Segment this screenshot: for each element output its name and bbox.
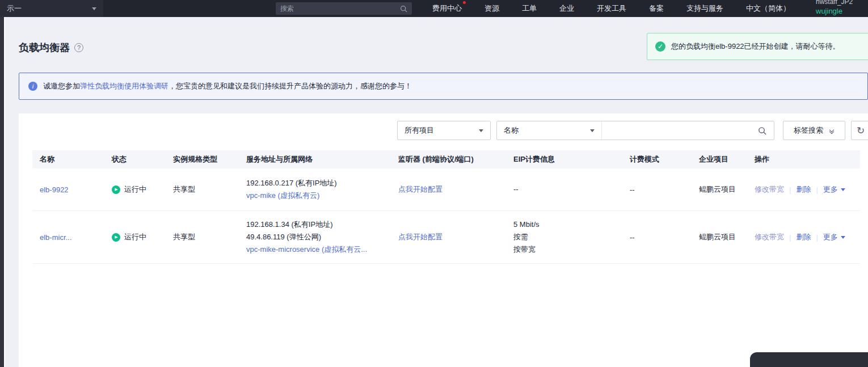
running-status-icon: ▶	[112, 185, 120, 194]
vpc-link[interactable]: vpc-mike (虚拟私有云)	[246, 189, 391, 202]
eip-line: --	[513, 183, 622, 196]
eip-line: 按带宽	[513, 243, 622, 256]
table-search-button[interactable]	[750, 121, 774, 140]
search-field-value: 名称	[504, 125, 519, 136]
status-badge: ▶ 运行中	[112, 232, 166, 242]
table-search-combo: 名称	[496, 121, 774, 140]
nav-item-dev-tools[interactable]: 开发工具	[597, 3, 626, 14]
region-selector[interactable]: 示一	[0, 0, 103, 17]
survey-info-banner: i 诚邀您参加弹性负载均衡使用体验调研，您宝贵的意见和建议是我们持续提升产品体验…	[19, 73, 868, 100]
nav-item-icp[interactable]: 备案	[649, 3, 664, 14]
collapsed-sidebar-rail[interactable]	[0, 17, 5, 367]
top-nav-menu: 费用中心 资源 工单 企业 开发工具 备案 支持与服务 中文（简体）	[432, 0, 790, 17]
chevron-down-icon	[841, 188, 845, 191]
eip-line: 5 Mbit/s	[513, 218, 622, 231]
column-header-listener: 监听器 (前端协议/端口)	[391, 154, 506, 164]
survey-link[interactable]: 弹性负载均衡使用体验调研	[80, 82, 168, 90]
floating-helper-widget[interactable]	[750, 352, 868, 367]
table-row: elb-micr... ▶ 运行中 共享型 192.168.1.34 (私有IP…	[32, 211, 860, 264]
status-badge: ▶ 运行中	[112, 184, 166, 195]
action-divider: |	[789, 185, 791, 194]
nav-item-tickets[interactable]: 工单	[522, 3, 537, 14]
chevron-down-icon	[92, 7, 96, 10]
account-username: wujingle	[816, 7, 853, 15]
search-field-dropdown[interactable]: 名称	[497, 121, 602, 140]
public-eip: 49.4.86.119 (弹性公网)	[246, 231, 391, 243]
nav-item-billing-center[interactable]: 费用中心	[432, 3, 462, 14]
global-search-box[interactable]	[276, 2, 412, 15]
address-cell: 192.168.1.34 (私有IP地址) 49.4.86.119 (弹性公网)…	[239, 218, 391, 256]
spec-type: 共享型	[166, 184, 239, 195]
nav-item-support[interactable]: 支持与服务	[686, 3, 723, 14]
success-toast: ✓ 您的负载均衡elb-9922已经开始创建，请耐心等待。	[647, 33, 868, 60]
account-id: hwstaff_JP2	[816, 0, 853, 6]
global-search-input[interactable]	[280, 5, 400, 12]
configure-listener-link[interactable]: 点我开始配置	[398, 185, 443, 193]
lb-name-link[interactable]: elb-9922	[40, 185, 69, 194]
refresh-button[interactable]: ↻	[851, 121, 868, 140]
delete-link[interactable]: 删除	[796, 184, 811, 195]
more-label: 更多	[823, 184, 838, 195]
modify-bandwidth-link[interactable]: 修改带宽	[755, 232, 784, 242]
status-label: 运行中	[124, 184, 146, 195]
enterprise-project: 鲲鹏云项目	[692, 184, 747, 195]
billing-mode: --	[622, 233, 692, 242]
more-actions-dropdown[interactable]: 更多	[823, 184, 845, 195]
vpc-link[interactable]: vpc-mike-microservice (虚拟私有云...	[246, 243, 391, 256]
search-icon	[758, 126, 766, 135]
action-divider: |	[789, 233, 791, 242]
private-ip: 192.168.0.217 (私有IP地址)	[246, 177, 391, 189]
tag-search-button[interactable]: 标签搜索	[783, 121, 845, 140]
more-actions-dropdown[interactable]: 更多	[823, 232, 845, 242]
account-menu[interactable]: hwstaff_JP2 wujingle	[816, 0, 853, 15]
project-filter-dropdown[interactable]: 所有项目	[397, 121, 491, 140]
column-header-eip: EIP计费信息	[506, 154, 622, 164]
table-row: elb-9922 ▶ 运行中 共享型 192.168.0.217 (私有IP地址…	[32, 168, 860, 211]
eip-billing-cell: 5 Mbit/s 按需 按带宽	[506, 218, 622, 256]
notification-dot	[463, 1, 466, 4]
modify-bandwidth-link[interactable]: 修改带宽	[755, 184, 784, 195]
info-icon: i	[28, 82, 37, 91]
top-navigation-bar: 示一 费用中心 资源 工单 企业 开发工具 备案 支持与服务 中文（简体） hw…	[0, 0, 868, 17]
load-balancer-list-card: 所有项目 名称 标签搜索 ↻ 名称 状态 实例规格类型 服务地址与所属网络 监听…	[19, 113, 868, 367]
table-search-input[interactable]	[602, 121, 750, 140]
search-icon[interactable]	[400, 5, 407, 12]
row-actions: 修改带宽 | 删除 | 更多	[755, 232, 860, 242]
column-header-name: 名称	[32, 154, 104, 164]
page-header: 负载均衡器 ?	[19, 41, 83, 54]
nav-item-label: 费用中心	[432, 4, 462, 12]
chevron-down-icon	[841, 236, 845, 239]
address-cell: 192.168.0.217 (私有IP地址) vpc-mike (虚拟私有云)	[239, 177, 391, 202]
column-header-spec: 实例规格类型	[166, 154, 239, 164]
action-divider: |	[816, 185, 818, 194]
nav-item-resources[interactable]: 资源	[484, 3, 499, 14]
status-label: 运行中	[124, 232, 146, 242]
tag-search-label: 标签搜索	[794, 125, 823, 136]
more-label: 更多	[823, 232, 838, 242]
double-chevron-down-icon	[829, 128, 835, 133]
action-divider: |	[816, 233, 818, 242]
running-status-icon: ▶	[112, 233, 120, 242]
nav-item-enterprise[interactable]: 企业	[559, 3, 574, 14]
region-selector-label: 示一	[7, 3, 22, 14]
column-header-status: 状态	[104, 154, 166, 164]
banner-prefix: 诚邀您参加	[43, 82, 80, 90]
eip-billing-cell: --	[506, 183, 622, 196]
help-icon[interactable]: ?	[74, 43, 83, 52]
enterprise-project: 鲲鹏云项目	[692, 232, 747, 242]
column-header-project: 企业项目	[692, 154, 747, 164]
nav-item-language[interactable]: 中文（简体）	[746, 3, 790, 14]
lb-name-link[interactable]: elb-micr...	[40, 233, 71, 242]
chevron-down-icon	[479, 129, 483, 132]
project-filter-value: 所有项目	[404, 125, 434, 136]
toast-message: 您的负载均衡elb-9922已经开始创建，请耐心等待。	[671, 41, 840, 52]
column-header-actions: 操作	[747, 154, 860, 164]
billing-mode: --	[622, 185, 692, 194]
success-check-icon: ✓	[655, 41, 665, 52]
spec-type: 共享型	[166, 232, 239, 242]
banner-suffix: ，您宝贵的意见和建议是我们持续提升产品体验的源动力，感谢您的参与！	[168, 82, 412, 90]
delete-link[interactable]: 删除	[796, 232, 811, 242]
configure-listener-link[interactable]: 点我开始配置	[398, 233, 443, 241]
banner-text: 诚邀您参加弹性负载均衡使用体验调研，您宝贵的意见和建议是我们持续提升产品体验的源…	[43, 81, 412, 91]
page-title: 负载均衡器	[19, 41, 70, 54]
